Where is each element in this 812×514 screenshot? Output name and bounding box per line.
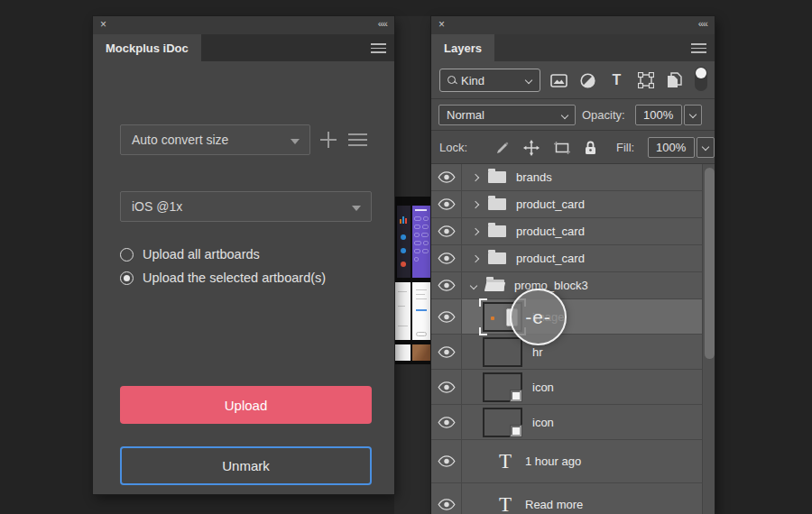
visibility-toggle[interactable]	[431, 272, 462, 298]
visibility-toggle[interactable]	[431, 164, 462, 190]
chevron-right-icon[interactable]	[472, 173, 479, 180]
radio-label: Upload the selected artboard(s)	[143, 271, 326, 285]
layer-row-image[interactable]: image	[431, 299, 702, 335]
layer-row-content[interactable]: brands	[462, 164, 702, 190]
close-icon[interactable]: ×	[100, 18, 106, 31]
layers-scrollbar[interactable]	[702, 164, 715, 514]
layer-row-promo_block3[interactable]: promo_block3	[431, 272, 702, 299]
layer-row-icon[interactable]: icon	[431, 405, 702, 440]
layer-row-product_card[interactable]: product_card	[431, 245, 702, 272]
opacity-dropdown-button[interactable]	[684, 105, 702, 125]
collapse-panel-icon[interactable]: ««	[698, 18, 707, 29]
scrollbar-thumb[interactable]	[705, 168, 715, 359]
tab-mockplus-idoc[interactable]: Mockplus iDoc	[93, 34, 201, 61]
visibility-toggle[interactable]	[431, 483, 462, 514]
platform-select[interactable]: iOS @1x	[120, 191, 372, 222]
fill-dropdown-button[interactable]	[697, 137, 715, 158]
layer-row-brands[interactable]: brands	[431, 164, 702, 191]
opacity-value-field[interactable]: 100%	[635, 105, 682, 125]
layer-row-content[interactable]: image	[462, 299, 702, 334]
layer-thumbnail[interactable]	[483, 337, 522, 367]
lock-transparent-pixels-icon[interactable]	[469, 142, 482, 154]
unmark-button[interactable]: Unmark	[120, 446, 372, 485]
lock-all-icon[interactable]	[585, 141, 596, 155]
layer-thumbnail[interactable]	[483, 372, 522, 402]
mockplus-body: Auto convert size iOS @1x Upload all art…	[93, 61, 394, 494]
layer-row-read-more[interactable]: T Read more	[431, 483, 702, 514]
text-layer-icon: T	[495, 451, 515, 472]
visibility-toggle[interactable]	[431, 370, 462, 404]
layer-row-content[interactable]: product_card	[462, 245, 702, 271]
filter-shape-layers-icon[interactable]	[637, 72, 654, 89]
convert-size-select[interactable]: Auto convert size	[120, 124, 310, 155]
text-layer-icon: T	[495, 494, 515, 514]
visibility-toggle[interactable]	[431, 218, 462, 244]
filter-pixel-layers-icon[interactable]	[550, 72, 567, 89]
visibility-toggle[interactable]	[431, 440, 462, 482]
chevron-right-icon[interactable]	[472, 254, 479, 262]
canvas-artboard-photo	[412, 344, 430, 361]
lock-artboard-icon[interactable]	[553, 141, 571, 155]
filter-toggle-switch[interactable]	[695, 67, 707, 91]
social-dot	[401, 248, 406, 253]
radio-upload-all[interactable]: Upload all artboards	[120, 247, 260, 262]
radio-upload-selected[interactable]: Upload the selected artboard(s)	[120, 271, 326, 285]
eye-icon	[438, 252, 456, 264]
close-icon[interactable]: ×	[438, 18, 445, 31]
eye-icon	[438, 499, 456, 510]
collapse-panel-icon[interactable]: ««	[378, 18, 387, 29]
layer-row-content[interactable]: product_card	[462, 218, 702, 244]
layer-name: brands	[516, 170, 552, 184]
layer-list: brands product_card	[431, 164, 702, 514]
add-size-button[interactable]	[320, 132, 337, 148]
lock-image-pixels-icon[interactable]	[495, 141, 510, 155]
layer-thumbnail[interactable]	[483, 408, 522, 437]
layer-row-product_card[interactable]: product_card	[431, 218, 702, 245]
layer-row-content[interactable]: product_card	[462, 191, 702, 217]
chevron-right-icon[interactable]	[472, 200, 479, 207]
layer-row-content[interactable]: icon	[462, 370, 702, 404]
fill-value-field[interactable]: 100%	[648, 137, 695, 158]
filter-smart-objects-icon[interactable]	[666, 72, 683, 89]
tab-layers[interactable]: Layers	[431, 34, 494, 61]
chevron-down-icon	[561, 112, 568, 119]
layer-row-product_card[interactable]: product_card	[431, 191, 702, 218]
layer-row-content[interactable]: promo_block3	[462, 272, 702, 298]
chevron-down-icon[interactable]	[470, 281, 477, 289]
social-dot	[401, 262, 406, 267]
layer-row-hr[interactable]: hr	[431, 335, 702, 370]
layer-name: icon	[532, 416, 554, 429]
filter-type-layers-icon[interactable]: T	[608, 72, 625, 89]
fill-label: Fill:	[616, 141, 634, 154]
panel-menu-icon[interactable]	[691, 43, 706, 53]
visibility-toggle[interactable]	[431, 245, 462, 271]
layer-row-icon[interactable]: icon	[431, 370, 702, 405]
eye-icon	[438, 381, 456, 393]
layer-row-content[interactable]: icon	[462, 405, 702, 439]
panel-menu-icon[interactable]	[371, 43, 386, 53]
layer-row-content[interactable]: T 1 hour ago	[462, 440, 702, 482]
folder-icon	[488, 171, 506, 183]
visibility-toggle[interactable]	[431, 405, 462, 439]
blend-mode-select[interactable]: Normal	[438, 105, 576, 125]
filter-adjustment-layers-icon[interactable]	[579, 72, 596, 89]
visibility-toggle[interactable]	[431, 299, 462, 334]
layer-row-content[interactable]: T Read more	[462, 483, 702, 514]
upload-button[interactable]: Upload	[120, 386, 372, 424]
layer-row-1-hour-ago[interactable]: T 1 hour ago	[431, 440, 702, 483]
layer-name: icon	[532, 381, 554, 394]
canvas-artboard-white	[412, 282, 430, 340]
lock-position-icon[interactable]	[523, 140, 540, 156]
layer-name: hr	[532, 345, 543, 359]
size-list-menu-icon[interactable]	[348, 133, 367, 146]
eye-icon	[438, 455, 456, 467]
blend-mode-value: Normal	[447, 108, 484, 122]
folder-icon	[488, 252, 506, 264]
canvas-area	[394, 16, 431, 514]
photoshop-workspace: × «« Mockplus iDoc Auto convert size iOS…	[0, 0, 812, 514]
chevron-right-icon[interactable]	[472, 227, 479, 234]
filter-kind-select[interactable]: Kind	[439, 69, 540, 92]
layer-row-content[interactable]: hr	[462, 335, 702, 369]
visibility-toggle[interactable]	[431, 335, 462, 369]
visibility-toggle[interactable]	[431, 191, 462, 217]
